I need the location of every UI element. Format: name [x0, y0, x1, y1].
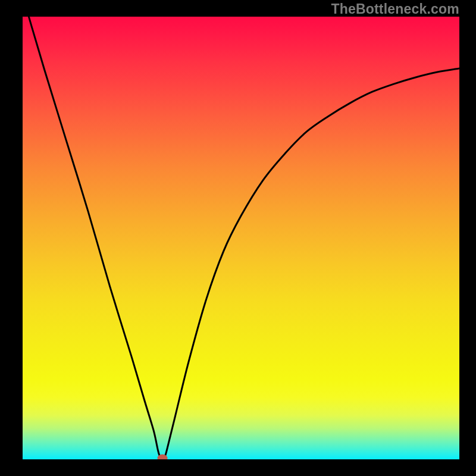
chart-frame: TheBottleneck.com: [0, 0, 476, 476]
attribution-text: TheBottleneck.com: [331, 1, 459, 17]
bottleneck-curve: [23, 17, 459, 458]
minimum-marker: [157, 454, 167, 459]
plot-area: [23, 17, 459, 459]
curve-svg: [23, 17, 459, 459]
